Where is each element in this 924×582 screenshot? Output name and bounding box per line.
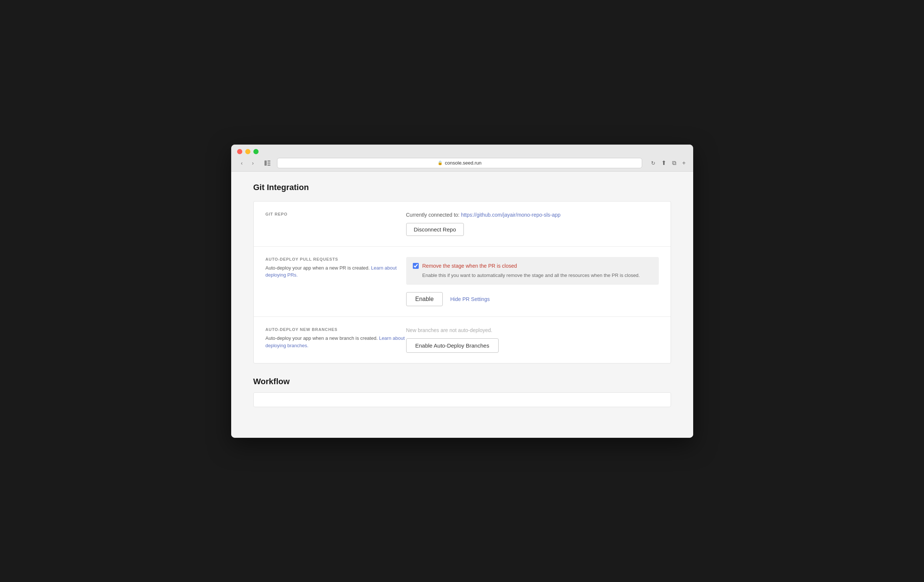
repo-url-link[interactable]: https://github.com/jayair/mono-repo-sls-… bbox=[461, 212, 560, 218]
auto-deploy-pr-description: Auto-deploy your app when a new PR is cr… bbox=[266, 264, 406, 279]
auto-deploy-branches-label: AUTO-DEPLOY NEW BRANCHES bbox=[266, 327, 406, 332]
svg-rect-2 bbox=[267, 162, 271, 163]
sidebar-toggle-button[interactable] bbox=[262, 159, 272, 167]
enable-auto-deploy-branches-button[interactable]: Enable Auto-Deploy Branches bbox=[406, 338, 498, 353]
git-repo-content: Currently connected to: https://github.c… bbox=[406, 212, 659, 236]
connected-prefix: Currently connected to: bbox=[406, 212, 460, 218]
auto-deploy-pr-section: AUTO-DEPLOY PULL REQUESTS Auto-deploy yo… bbox=[254, 247, 671, 317]
reload-button[interactable]: ↻ bbox=[650, 158, 657, 167]
remove-stage-checkbox[interactable] bbox=[413, 263, 419, 269]
connected-text: Currently connected to: https://github.c… bbox=[406, 212, 659, 218]
disconnect-repo-button[interactable]: Disconnect Repo bbox=[406, 223, 464, 236]
page-content: Git Integration GIT REPO Currently conne… bbox=[231, 171, 693, 438]
traffic-light-red[interactable] bbox=[237, 149, 242, 154]
workflow-title: Workflow bbox=[253, 377, 671, 386]
remove-stage-label: Remove the stage when the PR is closed bbox=[422, 263, 517, 269]
git-repo-label: GIT REPO bbox=[266, 212, 406, 216]
browser-chrome: ‹ › 🔒 console.seed.run ↻ ⬆ bbox=[231, 145, 693, 171]
pr-checkbox-row: Remove the stage when the PR is closed bbox=[413, 263, 652, 269]
svg-rect-0 bbox=[264, 160, 267, 166]
traffic-light-green[interactable] bbox=[253, 149, 259, 154]
git-repo-section: GIT REPO Currently connected to: https:/… bbox=[254, 201, 671, 247]
auto-deploy-pr-label-col: AUTO-DEPLOY PULL REQUESTS Auto-deploy yo… bbox=[266, 257, 406, 307]
browser-window: ‹ › 🔒 console.seed.run ↻ ⬆ bbox=[231, 145, 693, 438]
pr-btn-row: Enable Hide PR Settings bbox=[406, 292, 659, 306]
nav-buttons: ‹ › bbox=[237, 159, 258, 167]
auto-deploy-branches-section: AUTO-DEPLOY NEW BRANCHES Auto-deploy you… bbox=[254, 317, 671, 363]
git-repo-label-col: GIT REPO bbox=[266, 212, 406, 236]
branches-status-text: New branches are not auto-deployed. bbox=[406, 327, 659, 333]
lock-icon: 🔒 bbox=[437, 160, 443, 165]
add-tab-button[interactable]: + bbox=[681, 158, 687, 167]
url-text: console.seed.run bbox=[445, 160, 482, 166]
git-integration-card: GIT REPO Currently connected to: https:/… bbox=[253, 201, 671, 364]
enable-pr-button[interactable]: Enable bbox=[406, 292, 443, 306]
auto-deploy-pr-desc-text: Auto-deploy your app when a new PR is cr… bbox=[266, 265, 370, 270]
remove-stage-description: Enable this if you want to automatically… bbox=[413, 272, 652, 279]
pr-settings-panel: Remove the stage when the PR is closed E… bbox=[406, 257, 659, 285]
auto-deploy-branches-label-col: AUTO-DEPLOY NEW BRANCHES Auto-deploy you… bbox=[266, 327, 406, 353]
reload-icon: ↻ bbox=[651, 160, 655, 166]
auto-deploy-branches-description: Auto-deploy your app when a new branch i… bbox=[266, 335, 406, 349]
back-button[interactable]: ‹ bbox=[237, 159, 247, 167]
traffic-lights bbox=[237, 149, 687, 154]
auto-deploy-pr-content: Remove the stage when the PR is closed E… bbox=[406, 257, 659, 307]
page-title: Git Integration bbox=[253, 183, 671, 192]
svg-rect-3 bbox=[267, 165, 271, 166]
workflow-card bbox=[253, 392, 671, 407]
browser-actions: ↻ ⬆ ⧉ + bbox=[650, 158, 687, 167]
auto-deploy-branches-content: New branches are not auto-deployed. Enab… bbox=[406, 327, 659, 353]
forward-button[interactable]: › bbox=[248, 159, 258, 167]
svg-rect-1 bbox=[267, 160, 271, 162]
traffic-light-yellow[interactable] bbox=[245, 149, 251, 154]
auto-deploy-branches-desc-text: Auto-deploy your app when a new branch i… bbox=[266, 335, 378, 341]
share-button[interactable]: ⬆ bbox=[660, 158, 668, 167]
auto-deploy-pr-label: AUTO-DEPLOY PULL REQUESTS bbox=[266, 257, 406, 261]
address-bar[interactable]: 🔒 console.seed.run bbox=[277, 158, 642, 168]
workflow-section: Workflow bbox=[253, 377, 671, 407]
new-tab-button[interactable]: ⧉ bbox=[671, 158, 678, 167]
browser-toolbar: ‹ › 🔒 console.seed.run ↻ ⬆ bbox=[237, 158, 687, 168]
hide-pr-settings-link[interactable]: Hide PR Settings bbox=[450, 296, 490, 302]
